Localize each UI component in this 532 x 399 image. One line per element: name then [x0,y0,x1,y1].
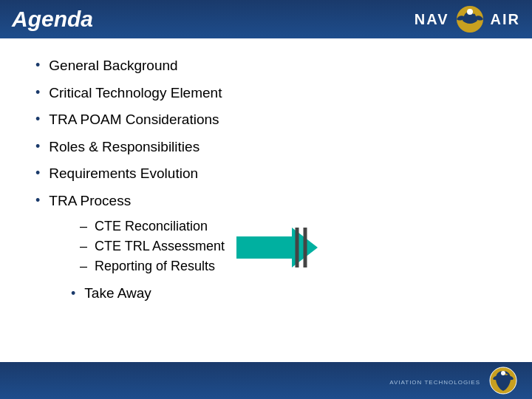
item-text: TRA Process [49,191,131,211]
item-text: TRA POAM Considerations [49,110,219,130]
nav-text: NAV [415,11,449,28]
sub-list-item: – CTE Reconciliation [80,219,225,234]
agenda-list: • General Background • Critical Technolo… [35,56,497,211]
list-item: • Requirements Evolution [35,164,497,184]
sub-section-wrapper: – CTE Reconciliation – CTE TRL Assessmen… [35,219,497,279]
item-text: General Background [49,56,177,76]
list-item: • Critical Technology Element [35,83,497,103]
bullet-icon: • [35,191,40,210]
bullet-icon: • [71,284,75,303]
list-item: • General Background [35,56,497,76]
bottom-eagle-icon [489,366,517,395]
sub-list-item: – CTE TRL Assessment [80,239,225,254]
list-item: • TRA Process [35,191,497,211]
list-item: • TRA POAM Considerations [35,110,497,130]
svg-point-1 [467,9,473,15]
takeaway-text: Take Away [84,285,151,301]
bullet-icon: • [35,164,40,183]
eagle-icon [452,4,488,34]
dash-icon: – [80,239,87,254]
footer-logo-text: AVIATION TECHNOLOGIES [389,374,480,387]
bullet-icon: • [35,83,40,102]
sub-item-text: Reporting of Results [95,259,215,274]
page-title: Agenda [12,7,93,32]
takeaway-row: • Take Away [71,284,497,303]
dash-icon: – [80,219,87,234]
footer-company-label: AVIATION TECHNOLOGIES [389,379,480,386]
main-content: • General Background • Critical Technolo… [0,38,532,315]
sub-item-text: CTE Reconciliation [95,219,208,234]
list-item: • Roles & Responsibilities [35,137,497,157]
sub-item-text: CTE TRL Assessment [95,239,225,254]
item-text: Roles & Responsibilities [49,137,200,157]
air-text: AIR [491,11,520,28]
dash-icon: – [80,259,87,274]
item-text: Requirements Evolution [49,164,198,184]
bullet-icon: • [35,110,40,129]
sub-list-item: – Reporting of Results [80,259,225,274]
arrow-graphic [236,222,318,273]
bullet-icon: • [35,56,40,75]
arrow-icon [236,222,318,273]
svg-point-6 [501,371,505,375]
item-text: Critical Technology Element [49,83,222,103]
bullet-icon: • [35,137,40,156]
header: Agenda NAV AIR [0,0,532,38]
sub-bullets-list: – CTE Reconciliation – CTE TRL Assessmen… [80,219,225,279]
navair-logo: NAV AIR [415,4,520,34]
footer-bar: AVIATION TECHNOLOGIES [0,362,532,399]
